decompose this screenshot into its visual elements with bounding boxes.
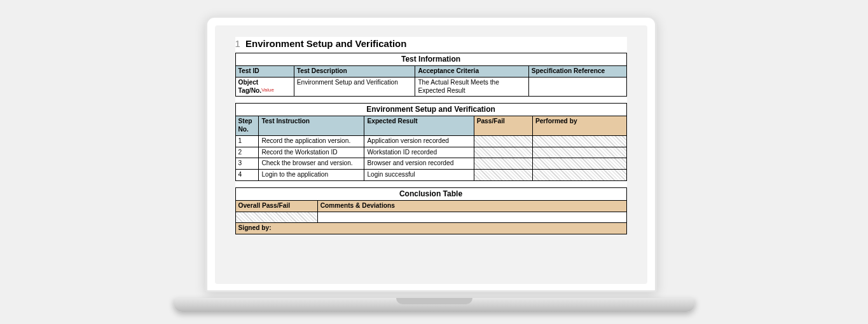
cell-performed-by <box>532 135 626 147</box>
conclusion-table: Conclusion Table Overall Pass/Fail Comme… <box>235 187 627 234</box>
cell-step-no: 1 <box>235 135 259 147</box>
table-row: 1Record the application version.Applicat… <box>235 135 626 147</box>
section-title: Environment Setup and Verification <box>245 38 406 49</box>
cell-specification-reference <box>528 77 626 97</box>
cell-acceptance-criteria: The Actual Result Meets the Expected Res… <box>415 77 528 97</box>
steps-table: Environment Setup and Verification Step … <box>235 103 627 181</box>
value-placeholder: Value <box>261 87 274 93</box>
cell-test-description: Environment Setup and Verification <box>294 77 415 97</box>
col-header-test-id: Test ID <box>235 66 294 78</box>
cell-pass-fail <box>474 135 532 147</box>
table-row: 3Check the browser and version.Browser a… <box>235 158 626 170</box>
col-header-test-description: Test Description <box>294 66 415 78</box>
table-row: Object Tag/No.Value Environment Setup an… <box>235 77 626 97</box>
cell-performed-by <box>532 147 626 158</box>
document-page: 1 Environment Setup and Verification Tes… <box>235 37 627 234</box>
cell-performed-by <box>532 170 626 181</box>
table-row: Signed by: <box>235 223 626 234</box>
col-header-pass-fail: Pass/Fail <box>474 116 532 136</box>
cell-expected-result: Browser and version recorded <box>364 158 474 170</box>
cell-comments-deviations <box>317 212 626 223</box>
col-header-performed-by: Performed by <box>532 116 626 136</box>
col-header-overall-pass-fail: Overall Pass/Fail <box>235 200 317 212</box>
cell-pass-fail <box>474 170 532 181</box>
cell-test-instruction: Record the application version. <box>259 135 364 147</box>
cell-pass-fail <box>474 147 532 158</box>
signed-by-row: Signed by: <box>235 223 626 234</box>
cell-test-id: Object Tag/No.Value <box>235 77 294 97</box>
section-number: 1 <box>235 38 240 49</box>
col-header-specification-reference: Specification Reference <box>528 66 626 78</box>
col-header-expected-result: Expected Result <box>364 116 474 136</box>
col-header-test-instruction: Test Instruction <box>259 116 364 136</box>
cell-pass-fail <box>474 158 532 170</box>
table-title: Test Information <box>235 53 626 66</box>
table-row <box>235 212 626 223</box>
col-header-step-no: Step No. <box>235 116 259 136</box>
table-title: Environment Setup and Verification <box>235 104 626 116</box>
table-row: 2Record the Workstation IDWorkstation ID… <box>235 147 626 158</box>
table-title: Conclusion Table <box>235 187 626 200</box>
laptop-mockup: 1 Environment Setup and Verification Tes… <box>205 16 663 308</box>
table-row: 4Login to the applicationLogin successfu… <box>235 170 626 181</box>
cell-expected-result: Workstation ID recorded <box>364 147 474 158</box>
cell-test-instruction: Check the browser and version. <box>259 158 364 170</box>
cell-performed-by <box>532 158 626 170</box>
laptop-base <box>174 298 695 312</box>
cell-step-no: 4 <box>235 170 259 181</box>
test-information-table: Test Information Test ID Test Descriptio… <box>235 53 627 97</box>
col-header-comments-deviations: Comments & Deviations <box>317 200 626 212</box>
cell-expected-result: Login successful <box>364 170 474 181</box>
laptop-screen: 1 Environment Setup and Verification Tes… <box>215 25 647 284</box>
laptop-bezel: 1 Environment Setup and Verification Tes… <box>205 16 657 292</box>
cell-step-no: 3 <box>235 158 259 170</box>
col-header-acceptance-criteria: Acceptance Criteria <box>415 66 528 78</box>
cell-test-instruction: Login to the application <box>259 170 364 181</box>
cell-step-no: 2 <box>235 147 259 158</box>
cell-overall-pass-fail <box>235 212 317 223</box>
laptop-notch <box>396 298 472 304</box>
section-heading: 1 Environment Setup and Verification <box>235 37 627 53</box>
cell-test-instruction: Record the Workstation ID <box>259 147 364 158</box>
cell-expected-result: Application version recorded <box>364 135 474 147</box>
